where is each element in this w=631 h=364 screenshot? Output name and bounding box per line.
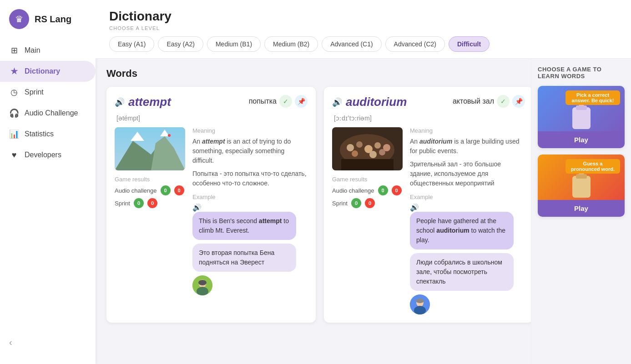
two-col-2: Game results Audio challenge 0 0 Sprint … bbox=[332, 127, 525, 314]
game-card-sprint[interactable]: Pick a correct answer. Be quick! Play bbox=[538, 86, 625, 148]
left-col: Game results Audio challenge 0 0 Sprint … bbox=[115, 127, 185, 295]
example-speaker-button-2[interactable]: 🔊 bbox=[410, 204, 419, 211]
card-header-2: 🔊 auditorium актовый зал ✓ 📌 bbox=[332, 95, 525, 109]
level-tabs: Easy (A1) Easy (A2) Medium (B1) Medium (… bbox=[109, 36, 617, 52]
check-button-2[interactable]: ✓ bbox=[497, 95, 510, 108]
speaker-button-2[interactable]: 🔊 bbox=[332, 97, 342, 107]
sidebar-item-label: Developers bbox=[25, 151, 61, 159]
word-name: attempt bbox=[128, 95, 171, 109]
transcription-2: [ɔːdɪˈtɔːriəm] bbox=[334, 115, 525, 122]
svg-point-19 bbox=[379, 149, 385, 155]
word-meta: попытка ✓ 📌 bbox=[245, 95, 308, 108]
svg-point-13 bbox=[356, 141, 363, 148]
audio-correct-badge-2: 0 bbox=[378, 185, 388, 195]
avatar bbox=[192, 275, 212, 295]
example-bubble-ru: Это вторая попытка Бена подняться на Эве… bbox=[192, 244, 296, 272]
game-tooltip-audio: Guess a pronounced word. bbox=[565, 159, 620, 174]
svg-rect-27 bbox=[576, 105, 587, 110]
check-button[interactable]: ✓ bbox=[279, 95, 292, 108]
word-translation-2: актовый зал bbox=[453, 97, 494, 105]
sidebar-item-label: Sprint bbox=[25, 88, 44, 96]
sprint-correct-badge-2: 0 bbox=[351, 198, 361, 208]
game-results: Game results Audio challenge 0 0 Sprint … bbox=[115, 176, 185, 208]
right-col: Meaning An attempt is an act of trying t… bbox=[192, 127, 308, 295]
level-tab-c1[interactable]: Advanced (C1) bbox=[322, 36, 381, 52]
game-panel-title: CHOOSE A GAME TO LEARN WORDS bbox=[538, 66, 625, 80]
game-card-img-sprint: Pick a correct answer. Be quick! bbox=[538, 86, 625, 131]
star-icon: ★ bbox=[9, 66, 19, 76]
example-bubble-en-2: People have gathered at the school audit… bbox=[410, 212, 514, 249]
speaker-button[interactable]: 🔊 bbox=[115, 97, 125, 107]
level-tab-b2[interactable]: Medium (B2) bbox=[264, 36, 318, 52]
audio-wrong-badge-2: 0 bbox=[392, 185, 402, 195]
level-tab-b1[interactable]: Medium (B1) bbox=[207, 36, 261, 52]
level-label: CHOOSE A LEVEL bbox=[109, 25, 617, 31]
game-tooltip-sprint: Pick a correct answer. Be quick! bbox=[565, 90, 620, 105]
audio-wrong-badge: 0 bbox=[174, 185, 184, 195]
heart-icon: ♥ bbox=[9, 150, 19, 160]
game-card-audio[interactable]: Guess a pronounced word. Play bbox=[538, 155, 625, 217]
main-area: Dictionary CHOOSE A LEVEL Easy (A1) Easy… bbox=[96, 0, 631, 364]
left-col-2: Game results Audio challenge 0 0 Sprint … bbox=[332, 127, 403, 314]
sidebar-item-dictionary[interactable]: ★ Dictionary bbox=[0, 61, 96, 82]
sidebar-item-sprint[interactable]: ◷ Sprint bbox=[0, 82, 96, 103]
sidebar-item-audio-challenge[interactable]: 🎧 Audio Challenge bbox=[0, 103, 96, 124]
page-title: Dictionary bbox=[109, 9, 617, 24]
avatar-2 bbox=[410, 294, 430, 314]
sprint-result-label: Sprint bbox=[115, 200, 130, 207]
sidebar-item-developers[interactable]: ♥ Developers bbox=[0, 145, 96, 165]
two-col: Game results Audio challenge 0 0 Sprint … bbox=[115, 127, 308, 295]
chart-icon: 📊 bbox=[9, 129, 19, 139]
word-name-2: auditorium bbox=[346, 95, 407, 109]
sidebar-item-statistics[interactable]: 📊 Statistics bbox=[0, 124, 96, 145]
svg-point-18 bbox=[369, 151, 377, 158]
sidebar-item-label: Audio Challenge bbox=[25, 109, 78, 117]
meaning-ru-2: Зрительный зал - это большое здание, исп… bbox=[410, 160, 525, 188]
pin-button[interactable]: 📌 bbox=[295, 95, 308, 108]
word-translation: попытка bbox=[249, 97, 277, 105]
svg-point-24 bbox=[416, 299, 424, 303]
logo-area: ♛ RS Lang bbox=[0, 9, 96, 40]
meaning-en: An attempt is an act of trying to do som… bbox=[192, 137, 308, 165]
word-card-attempt: 🔊 attempt попытка ✓ 📌 [ətémpt] bbox=[106, 87, 316, 323]
example-bubble-en: This is Ben's second attempt to climb Mt… bbox=[192, 212, 296, 240]
meaning-label: Meaning bbox=[192, 127, 308, 134]
sidebar-item-main[interactable]: ⊞ Main bbox=[0, 40, 96, 61]
words-title: Words bbox=[106, 68, 520, 80]
word-image-attempt bbox=[115, 127, 185, 170]
collapse-button[interactable]: ‹ bbox=[0, 330, 96, 355]
sidebar-item-label: Statistics bbox=[25, 130, 54, 138]
level-tab-difficult[interactable]: Difficult bbox=[449, 36, 490, 52]
svg-point-17 bbox=[352, 150, 358, 157]
meaning-ru: Попытка - это попытка что-то сделать, ос… bbox=[192, 169, 308, 188]
svg-rect-26 bbox=[572, 107, 591, 129]
audio-challenge-result-label: Audio challenge bbox=[115, 187, 157, 194]
sidebar-item-label: Dictionary bbox=[25, 67, 60, 75]
transcription: [ətémpt] bbox=[116, 115, 308, 122]
game-play-button-audio[interactable]: Play bbox=[538, 200, 625, 217]
game-play-button-sprint[interactable]: Play bbox=[538, 131, 625, 148]
audio-challenge-result-2: Audio challenge 0 0 bbox=[332, 185, 403, 195]
word-card-auditorium: 🔊 auditorium актовый зал ✓ 📌 [ɔːdɪˈtɔːri… bbox=[324, 87, 531, 323]
audio-challenge-result-label-2: Audio challenge bbox=[332, 187, 374, 194]
game-results-label: Game results bbox=[115, 176, 185, 183]
example-speaker-button[interactable]: 🔊 bbox=[192, 204, 202, 211]
logo-icon: ♛ bbox=[9, 9, 29, 29]
level-tab-a2[interactable]: Easy (A2) bbox=[158, 36, 203, 52]
meaning-label-2: Meaning bbox=[410, 127, 525, 134]
clock-icon: ◷ bbox=[9, 87, 19, 97]
sidebar-item-label: Main bbox=[25, 46, 40, 55]
content-area: Words 🔊 attempt попытка ✓ 📌 bbox=[96, 59, 631, 364]
crown-icon: ♛ bbox=[15, 14, 23, 25]
svg-rect-30 bbox=[576, 174, 587, 179]
card-header: 🔊 attempt попытка ✓ 📌 bbox=[115, 95, 308, 109]
game-card-img-audio: Guess a pronounced word. bbox=[538, 155, 625, 200]
level-tab-a1[interactable]: Easy (A1) bbox=[109, 36, 154, 52]
game-results-label-2: Game results bbox=[332, 176, 403, 183]
audio-correct-badge: 0 bbox=[161, 185, 171, 195]
sprint-result: Sprint 0 0 bbox=[115, 198, 185, 208]
level-tab-c2[interactable]: Advanced (C2) bbox=[385, 36, 445, 52]
pin-button-2[interactable]: 📌 bbox=[512, 95, 525, 108]
sprint-result-2: Sprint 0 0 bbox=[332, 198, 403, 208]
svg-point-12 bbox=[347, 144, 354, 151]
